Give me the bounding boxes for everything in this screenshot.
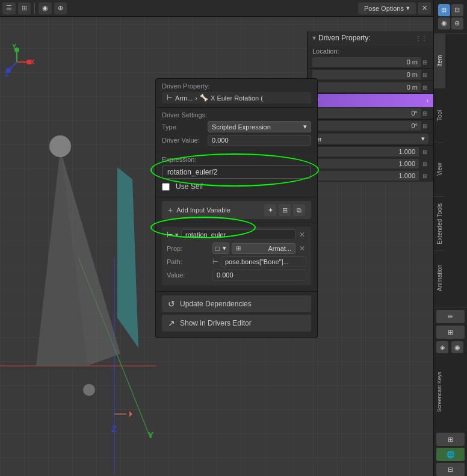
driver-value-row: Driver Value: 0.000 [162,135,311,146]
scale-x-row: 1.000 ⊞ [308,146,433,158]
sidebar-sub-1[interactable]: ◈ [436,341,448,353]
prop-target-dropdown[interactable]: ⊞ Armat... [232,243,295,254]
transform-options-button[interactable]: ⋮⋮ [414,35,428,42]
location-y-copy[interactable]: ⊞ [421,72,428,78]
type-value: Scripted Expression [212,123,271,131]
expression-input[interactable] [162,165,311,179]
type-label: Type [162,123,204,131]
rotation-z-row: 0° ⊞ [308,120,433,132]
chevron-down-icon: ▾ [421,135,425,143]
edit-icon-btn[interactable]: ✏ [436,310,465,323]
tab-extended-tools[interactable]: Extended Tools [434,196,445,250]
sidebar-bottom-icons: ✏ ⊞ ◈ ◉ [434,307,467,356]
toolbar-icon-2[interactable]: ⊕ [54,2,67,14]
path-input[interactable]: pose.bones["Bone"]... [221,256,306,267]
scale-x-copy[interactable]: ⊞ [421,149,428,155]
rotation-label: X Euler Rotation ( [211,94,263,102]
svg-point-20 [6,68,11,73]
scale-x-value[interactable]: 1.000 [312,147,419,156]
var-type-dropdown: ▾ [175,231,179,239]
pose-options-button[interactable]: Pose Options ▾ [358,2,416,14]
value-display[interactable]: 0.000 [212,270,306,280]
sidebar-edit-2[interactable]: ⊞ [436,326,465,339]
sidebar-extra-2[interactable]: 🌐 [436,448,465,461]
driver-value-input[interactable]: 0.000 [208,135,311,146]
sidebar-extra-1[interactable]: ⊞ [436,433,465,446]
variable-close-button[interactable]: ✕ [298,230,306,239]
location-z-copy[interactable]: ⊞ [421,84,428,91]
separator-1 [34,3,35,14]
prop-type-dropdown[interactable]: □ ▾ [212,243,229,254]
sidebar-icon-3[interactable]: ◉ [438,17,450,29]
scale-z-copy[interactable]: ⊞ [421,173,428,179]
path-row: Path: ⊢ pose.bones["Bone"]... [167,256,306,267]
variable-name-input[interactable] [181,229,295,240]
sidebar-top-icons: ⊞ ⊟ ◉ ⊕ [434,0,467,34]
close-icon: ✕ [422,4,427,12]
update-dependencies-button[interactable]: ↺ Update Dependencies [162,295,311,312]
use-self-checkbox[interactable] [162,183,170,191]
scale-z-value[interactable]: 1.000 [312,171,419,181]
type-row: Type Scripted Expression ▾ [162,121,311,132]
update-dependencies-label: Update Dependencies [180,300,252,308]
scale-z-row: 1.000 ⊞ [308,170,433,182]
mode-button[interactable]: ⊞ [18,2,31,14]
right-sidebar: ⊞ ⊟ ◉ ⊕ Item Tool View Extended Tools An… [433,0,467,476]
tab-view[interactable]: View [434,142,445,196]
scale-y-value[interactable]: 1.000 [312,159,419,168]
rotation-type-dropdown[interactable]: er ▾ [312,134,428,144]
plus-icon: + [168,205,173,215]
bone-icon: ⊢ [167,94,173,102]
sidebar-icon-4[interactable]: ⊕ [451,17,463,29]
rotation-z-copy[interactable]: ⊞ [421,123,428,129]
property-breadcrumb[interactable]: ⊢ Arm... › 🦴 X Euler Rotation ( [162,92,311,104]
drivers-icon: ↗ [168,318,175,328]
transform-panel: ▾ Driven Property: ⋮⋮ Location: 0 m ⊞ 0 … [307,31,433,182]
tab-tool[interactable]: Tool [434,88,445,142]
close-panel-button[interactable]: ✕ [418,2,431,14]
sidebar-icon-1[interactable]: ⊞ [438,4,450,16]
var-icon: ⊢ [167,230,173,239]
sidebar-icon-2[interactable]: ⊟ [451,4,463,16]
driver-panel: Driven Property: ⊢ Arm... › 🦴 X Euler Ro… [155,78,318,338]
prop-close-button[interactable]: ✕ [298,244,306,253]
location-y-value[interactable]: 0 m [312,70,421,79]
value-number: 0.000 [217,271,234,279]
svg-text:Z: Z [111,424,117,434]
sidebar-extra-3[interactable]: ⊟ [436,463,465,476]
rotation-y-value[interactable]: 0° [312,108,421,118]
toolbar-icon-1[interactable]: ◉ [39,2,52,14]
driver-value-label: Driver Value: [162,137,204,144]
svg-point-19 [14,48,19,52]
top-toolbar: ☰ ⊞ ◉ ⊕ Pose Options ▾ ✕ [0,0,433,17]
wand-icon: ✦ [264,204,276,216]
tab-animation[interactable]: Animation [434,250,445,304]
svg-marker-7 [117,167,138,348]
transform-title: Driven Property: [318,34,414,42]
tab-item[interactable]: Item [434,34,445,88]
location-x-value[interactable]: 0 m [312,57,421,67]
armature-label: Arm... [175,94,193,102]
prop-value: Armat... [268,245,291,252]
prop-type-icon: □ [215,245,220,252]
variable-header: ⊢ ▾ ✕ [167,229,306,240]
scene-svg: Z Y X Y Z [0,17,156,476]
driver-value-display: 0.000 [212,137,229,144]
show-drivers-button[interactable]: ↗ Show in Drivers Editor [162,315,311,332]
tab-screencast-keys[interactable]: Screencast Keys [434,356,445,428]
menu-button[interactable]: ☰ [2,2,16,14]
type-dropdown[interactable]: Scripted Expression ▾ [208,121,311,132]
use-self-label: Use Self [176,182,203,191]
sidebar-sub-2[interactable]: ◉ [451,341,463,353]
prop-icon: ⊞ [236,245,241,252]
location-x-copy[interactable]: ⊞ [421,59,428,66]
location-z-value[interactable]: 0 m [312,82,421,92]
rotation-z-value[interactable]: 0° [312,121,421,131]
scale-y-copy[interactable]: ⊞ [421,161,428,167]
path-label: Path: [167,258,209,265]
transform-header: ▾ Driven Property: ⋮⋮ [308,31,433,45]
prop-label: Prop: [167,245,209,252]
add-variable-button[interactable]: + Add Input Variable ✦ ⊞ ⧉ [162,201,311,219]
copy-icon: ⊞ [279,204,291,216]
rotation-y-copy[interactable]: ⊞ [421,110,428,117]
